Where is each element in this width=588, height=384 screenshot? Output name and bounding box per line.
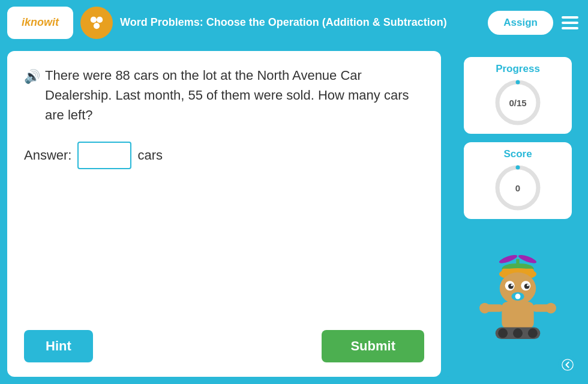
back-icon — [562, 359, 574, 371]
header-actions: Assign — [488, 11, 581, 35]
progress-label: Progress — [496, 63, 540, 75]
question-body: There were 88 cars on the lot at the Nor… — [45, 65, 424, 125]
answer-label: Answer: — [24, 148, 71, 163]
svg-point-29 — [513, 328, 523, 338]
svg-point-31 — [562, 359, 573, 370]
panel-divider — [447, 51, 449, 377]
svg-point-18 — [511, 284, 513, 287]
mascot-area — [470, 227, 566, 347]
svg-point-10 — [517, 253, 537, 265]
svg-point-25 — [479, 303, 490, 314]
hint-button[interactable]: Hint — [24, 330, 93, 362]
menu-bar-1 — [562, 16, 578, 19]
svg-point-19 — [527, 284, 529, 287]
submit-button[interactable]: Submit — [322, 330, 424, 362]
svg-point-0 — [91, 16, 97, 22]
menu-button[interactable] — [559, 14, 581, 32]
main-content: 🔊 There were 88 cars on the lot at the N… — [0, 45, 588, 384]
svg-rect-22 — [502, 302, 533, 328]
score-label: Score — [503, 148, 532, 160]
progress-circle: 0/15 — [494, 79, 542, 127]
sound-icon[interactable]: 🔊 — [24, 67, 40, 86]
mascot-robot — [470, 248, 566, 344]
app-header: iknowit Word Problems: Choose the Operat… — [0, 0, 588, 45]
action-buttons: Hint Submit — [24, 330, 424, 362]
svg-point-16 — [508, 284, 514, 289]
score-value: 0 — [515, 183, 520, 193]
svg-rect-8 — [516, 259, 519, 269]
svg-point-2 — [94, 23, 100, 29]
svg-point-21 — [515, 294, 521, 299]
answer-input[interactable] — [77, 142, 131, 169]
svg-point-30 — [528, 328, 538, 338]
svg-point-9 — [498, 253, 518, 265]
svg-point-28 — [498, 328, 508, 338]
sidebar: Progress 0/15 Score 0 — [455, 51, 581, 377]
back-button[interactable] — [558, 355, 577, 374]
activity-icon — [80, 7, 113, 39]
question-area: 🔊 There were 88 cars on the lot at the N… — [24, 65, 424, 318]
svg-point-26 — [545, 303, 556, 314]
answer-row: Answer: cars — [24, 142, 424, 169]
score-circle: 0 — [494, 164, 542, 212]
score-card: Score 0 — [464, 142, 572, 219]
logo: iknowit — [7, 7, 73, 39]
assign-button[interactable]: Assign — [488, 11, 553, 35]
menu-bar-2 — [562, 22, 578, 24]
menu-bar-3 — [562, 27, 578, 29]
svg-point-17 — [524, 284, 530, 289]
progress-card: Progress 0/15 — [464, 57, 572, 134]
logo-text: iknowit — [22, 16, 59, 29]
lesson-title: Word Problems: Choose the Operation (Add… — [120, 16, 481, 29]
progress-value: 0/15 — [509, 98, 526, 108]
answer-unit: cars — [137, 148, 163, 163]
svg-point-1 — [97, 16, 103, 22]
question-panel: 🔊 There were 88 cars on the lot at the N… — [7, 51, 441, 377]
question-text: 🔊 There were 88 cars on the lot at the N… — [24, 65, 424, 125]
